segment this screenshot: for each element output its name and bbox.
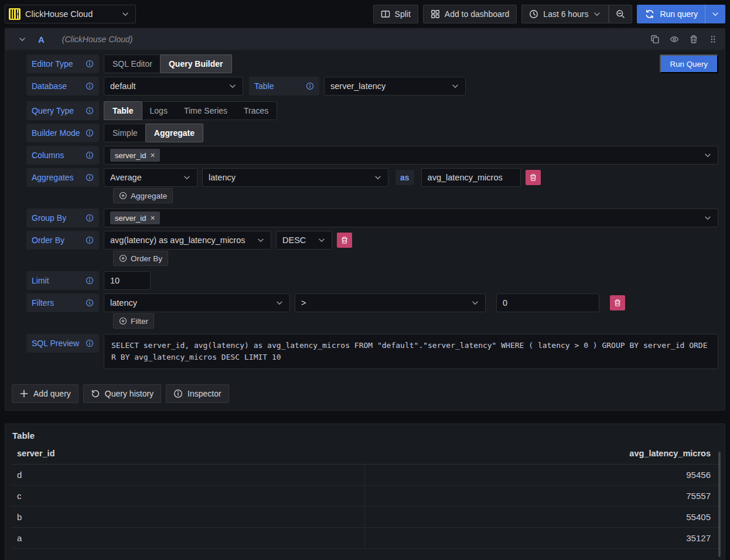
aggregates-row: Aggregates Average latency as avg_latenc… xyxy=(26,168,718,187)
limit-label: Limit xyxy=(26,271,99,290)
cell-server-id: c xyxy=(11,486,365,506)
columns-multiselect[interactable]: server_id × xyxy=(104,146,718,165)
aggregate-column-select[interactable]: latency xyxy=(202,168,388,187)
database-select[interactable]: default xyxy=(104,77,243,95)
add-query-button[interactable]: Add query xyxy=(12,384,79,403)
drag-handle-icon[interactable] xyxy=(708,35,718,44)
cell-avg-latency: 35127 xyxy=(365,528,719,548)
history-icon xyxy=(91,389,100,398)
builder-mode-option-aggregate[interactable]: Aggregate xyxy=(146,124,203,142)
run-query-button[interactable]: Run query xyxy=(637,9,705,19)
query-type-option-traces[interactable]: Traces xyxy=(236,102,277,119)
builder-mode-option-simple[interactable]: Simple xyxy=(104,124,146,142)
split-button[interactable]: Split xyxy=(373,5,418,23)
collapse-chevron-icon[interactable] xyxy=(18,35,26,43)
order-direction-select[interactable]: DESC xyxy=(276,231,332,250)
clickhouse-logo-icon xyxy=(9,8,21,20)
clock-icon xyxy=(529,9,538,19)
as-keyword-label: as xyxy=(395,170,414,185)
query-row-header[interactable]: A (ClickHouse Cloud) xyxy=(5,29,725,50)
table-select[interactable]: server_latency xyxy=(324,77,466,95)
editor-type-label: Editor Type xyxy=(26,54,99,73)
chevron-down-icon xyxy=(257,236,265,244)
run-query-dropdown-button[interactable] xyxy=(705,5,725,23)
add-order-by-button[interactable]: Order By xyxy=(113,251,168,266)
aggregate-function-select[interactable]: Average xyxy=(104,168,197,187)
columns-chip-server-id: server_id × xyxy=(110,149,160,162)
info-icon[interactable] xyxy=(86,214,94,222)
sync-icon xyxy=(645,9,654,19)
info-icon[interactable] xyxy=(86,129,94,137)
editor-type-option-query-builder[interactable]: Query Builder xyxy=(161,55,231,73)
add-aggregate-button[interactable]: Aggregate xyxy=(113,188,173,203)
filter-column-select[interactable]: latency xyxy=(104,293,290,312)
explore-query-actions: Add query Query history Inspector xyxy=(12,384,718,403)
add-filter-row: Filter xyxy=(113,313,718,329)
aggregate-alias-input[interactable]: avg_latency_micros xyxy=(421,168,521,187)
order-by-select[interactable]: avg(latency) as avg_latency_micros xyxy=(104,231,271,250)
filter-operator-select[interactable]: > xyxy=(295,293,486,312)
table-header-row: server_id avg_latency_micros xyxy=(11,449,719,465)
aggregates-label: Aggregates xyxy=(26,168,99,187)
remove-chip-icon[interactable]: × xyxy=(150,151,155,159)
group-by-label: Group By xyxy=(26,209,99,227)
info-icon[interactable] xyxy=(86,173,94,182)
apps-grid-icon xyxy=(431,9,440,19)
add-filter-button[interactable]: Filter xyxy=(113,313,154,329)
time-range-button[interactable]: Last 6 hours xyxy=(521,5,609,23)
remove-query-trash-icon[interactable] xyxy=(689,35,698,44)
chevron-down-icon xyxy=(593,10,601,18)
chevron-down-icon xyxy=(121,10,129,18)
chevron-down-icon xyxy=(183,173,191,182)
remove-filter-button[interactable] xyxy=(610,295,625,310)
filter-value-input[interactable]: 0 xyxy=(496,293,599,312)
table-scrollbar[interactable] xyxy=(718,452,721,557)
remove-order-by-button[interactable] xyxy=(337,233,352,248)
info-icon[interactable] xyxy=(86,299,94,307)
editor-type-option-sql-editor[interactable]: SQL Editor xyxy=(104,55,161,73)
info-icon[interactable] xyxy=(306,82,314,90)
column-header-server-id[interactable]: server_id xyxy=(11,449,365,458)
toolbar-actions: Split Add to dashboard Last 6 hours xyxy=(373,5,725,23)
remove-aggregate-button[interactable] xyxy=(526,170,541,185)
add-aggregate-row: Aggregate xyxy=(113,188,718,203)
group-by-multiselect[interactable]: server_id × xyxy=(104,209,718,227)
remove-chip-icon[interactable]: × xyxy=(150,214,155,222)
run-query-split-button: Run query xyxy=(637,5,725,23)
group-by-row: Group By server_id × xyxy=(26,209,718,227)
info-icon[interactable] xyxy=(86,276,94,285)
trash-icon xyxy=(613,299,622,307)
duplicate-query-icon[interactable] xyxy=(650,35,660,44)
column-header-avg-latency-micros[interactable]: avg_latency_micros xyxy=(365,449,719,458)
query-ref-id[interactable]: A xyxy=(38,35,45,45)
datasource-picker[interactable]: ClickHouse Cloud xyxy=(5,5,136,23)
info-icon[interactable] xyxy=(86,60,94,68)
limit-input[interactable]: 10 xyxy=(104,271,151,290)
query-history-button[interactable]: Query history xyxy=(83,384,161,403)
query-builder: Editor Type SQL Editor Query Builder Run… xyxy=(5,50,725,410)
table-label: Table xyxy=(249,77,319,95)
cell-server-id: a xyxy=(11,528,365,548)
info-icon[interactable] xyxy=(86,339,94,347)
editor-type-radio-group: SQL Editor Query Builder xyxy=(104,54,232,73)
info-circle-icon xyxy=(173,389,183,398)
time-range-zoom-out-button[interactable] xyxy=(609,5,632,23)
info-icon[interactable] xyxy=(86,236,94,244)
info-icon[interactable] xyxy=(86,151,94,159)
results-panel-title: Table xyxy=(11,429,719,449)
hide-response-eye-icon[interactable] xyxy=(670,35,679,44)
add-to-dashboard-button[interactable]: Add to dashboard xyxy=(423,5,517,23)
chevron-down-icon xyxy=(228,82,237,90)
time-range-label: Last 6 hours xyxy=(543,9,588,19)
info-icon[interactable] xyxy=(86,82,94,90)
trash-icon xyxy=(529,173,537,182)
filters-row: Filters latency > 0 xyxy=(26,293,718,312)
panel-run-query-button[interactable]: Run Query xyxy=(660,54,718,73)
inspector-button[interactable]: Inspector xyxy=(166,384,229,403)
query-type-option-logs[interactable]: Logs xyxy=(142,102,176,119)
query-type-option-time-series[interactable]: Time Series xyxy=(176,102,236,119)
sql-preview-text: SELECT server_id, avg(latency) as avg_la… xyxy=(104,334,718,369)
query-type-option-table[interactable]: Table xyxy=(104,102,142,119)
time-picker-group: Last 6 hours xyxy=(521,5,632,23)
info-icon[interactable] xyxy=(86,107,94,115)
